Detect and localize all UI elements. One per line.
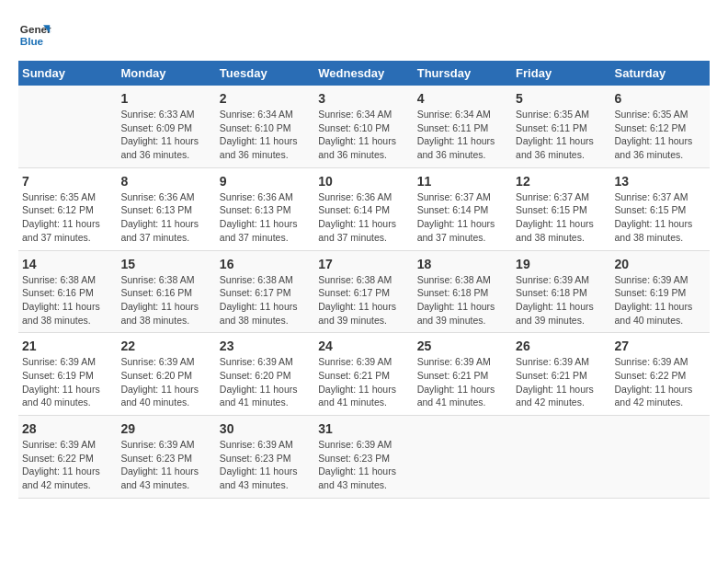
day-info: Sunrise: 6:38 AM Sunset: 6:16 PM Dayligh… xyxy=(22,273,113,327)
day-number: 27 xyxy=(615,339,706,353)
day-info: Sunrise: 6:35 AM Sunset: 6:12 PM Dayligh… xyxy=(22,190,113,245)
table-row: 9Sunrise: 6:36 AM Sunset: 6:13 PM Daylig… xyxy=(216,167,314,250)
day-number: 20 xyxy=(615,257,706,271)
table-row xyxy=(512,416,610,499)
day-info: Sunrise: 6:34 AM Sunset: 6:11 PM Dayligh… xyxy=(417,108,508,162)
table-row: 2Sunrise: 6:34 AM Sunset: 6:10 PM Daylig… xyxy=(216,86,314,167)
day-info: Sunrise: 6:39 AM Sunset: 6:22 PM Dayligh… xyxy=(615,355,706,409)
table-row: 6Sunrise: 6:35 AM Sunset: 6:12 PM Daylig… xyxy=(611,86,710,167)
day-number: 16 xyxy=(220,257,311,271)
day-info: Sunrise: 6:37 AM Sunset: 6:14 PM Dayligh… xyxy=(417,190,508,245)
header-cell-wednesday: Wednesday xyxy=(314,61,413,86)
day-number: 26 xyxy=(516,339,607,353)
table-row: 4Sunrise: 6:34 AM Sunset: 6:11 PM Daylig… xyxy=(414,86,512,167)
day-number: 1 xyxy=(120,91,211,106)
calendar-week-4: 21Sunrise: 6:39 AM Sunset: 6:19 PM Dayli… xyxy=(18,333,710,416)
logo: General Blue xyxy=(18,18,51,52)
table-row: 20Sunrise: 6:39 AM Sunset: 6:19 PM Dayli… xyxy=(611,250,710,333)
table-row: 19Sunrise: 6:39 AM Sunset: 6:18 PM Dayli… xyxy=(512,250,610,333)
day-number: 19 xyxy=(516,257,607,271)
day-info: Sunrise: 6:39 AM Sunset: 6:19 PM Dayligh… xyxy=(22,355,113,409)
table-row: 31Sunrise: 6:39 AM Sunset: 6:23 PM Dayli… xyxy=(314,416,413,499)
day-info: Sunrise: 6:39 AM Sunset: 6:18 PM Dayligh… xyxy=(516,273,607,327)
table-row: 3Sunrise: 6:34 AM Sunset: 6:10 PM Daylig… xyxy=(314,86,413,167)
day-info: Sunrise: 6:39 AM Sunset: 6:22 PM Dayligh… xyxy=(22,438,113,492)
day-number: 13 xyxy=(615,174,706,189)
day-info: Sunrise: 6:36 AM Sunset: 6:13 PM Dayligh… xyxy=(220,190,311,245)
table-row: 15Sunrise: 6:38 AM Sunset: 6:16 PM Dayli… xyxy=(117,250,215,333)
day-info: Sunrise: 6:38 AM Sunset: 6:17 PM Dayligh… xyxy=(318,273,409,327)
day-number: 23 xyxy=(220,339,311,353)
table-row: 29Sunrise: 6:39 AM Sunset: 6:23 PM Dayli… xyxy=(117,416,215,499)
svg-text:Blue: Blue xyxy=(20,35,44,47)
day-number: 5 xyxy=(516,91,607,106)
day-info: Sunrise: 6:33 AM Sunset: 6:09 PM Dayligh… xyxy=(120,108,211,162)
logo-icon: General Blue xyxy=(18,18,51,52)
day-number: 30 xyxy=(220,421,311,436)
day-info: Sunrise: 6:38 AM Sunset: 6:17 PM Dayligh… xyxy=(220,273,311,327)
table-row: 8Sunrise: 6:36 AM Sunset: 6:13 PM Daylig… xyxy=(117,167,215,250)
day-number: 7 xyxy=(22,174,113,189)
day-number: 14 xyxy=(22,257,113,271)
table-row: 28Sunrise: 6:39 AM Sunset: 6:22 PM Dayli… xyxy=(18,416,117,499)
day-number: 9 xyxy=(220,174,311,189)
table-row: 23Sunrise: 6:39 AM Sunset: 6:20 PM Dayli… xyxy=(216,333,314,416)
header-cell-saturday: Saturday xyxy=(611,61,710,86)
table-row xyxy=(611,416,710,499)
day-number: 15 xyxy=(120,257,211,271)
table-row: 26Sunrise: 6:39 AM Sunset: 6:21 PM Dayli… xyxy=(512,333,610,416)
table-row: 30Sunrise: 6:39 AM Sunset: 6:23 PM Dayli… xyxy=(216,416,314,499)
day-number: 17 xyxy=(318,257,409,271)
day-number: 4 xyxy=(417,91,508,106)
day-number: 12 xyxy=(516,174,607,189)
day-info: Sunrise: 6:35 AM Sunset: 6:11 PM Dayligh… xyxy=(516,108,607,162)
day-info: Sunrise: 6:36 AM Sunset: 6:14 PM Dayligh… xyxy=(318,190,409,245)
header-cell-tuesday: Tuesday xyxy=(216,61,314,86)
table-row: 22Sunrise: 6:39 AM Sunset: 6:20 PM Dayli… xyxy=(117,333,215,416)
table-row: 27Sunrise: 6:39 AM Sunset: 6:22 PM Dayli… xyxy=(611,333,710,416)
table-row: 18Sunrise: 6:38 AM Sunset: 6:18 PM Dayli… xyxy=(414,250,512,333)
calendar-week-1: 1Sunrise: 6:33 AM Sunset: 6:09 PM Daylig… xyxy=(18,86,710,167)
day-number: 25 xyxy=(417,339,508,353)
table-row: 1Sunrise: 6:33 AM Sunset: 6:09 PM Daylig… xyxy=(117,86,215,167)
header-cell-monday: Monday xyxy=(117,61,215,86)
day-number: 24 xyxy=(318,339,409,353)
day-info: Sunrise: 6:39 AM Sunset: 6:20 PM Dayligh… xyxy=(220,355,311,409)
day-info: Sunrise: 6:39 AM Sunset: 6:21 PM Dayligh… xyxy=(318,355,409,409)
table-row: 10Sunrise: 6:36 AM Sunset: 6:14 PM Dayli… xyxy=(314,167,413,250)
calendar-week-2: 7Sunrise: 6:35 AM Sunset: 6:12 PM Daylig… xyxy=(18,167,710,250)
day-number: 2 xyxy=(220,91,311,106)
table-row: 17Sunrise: 6:38 AM Sunset: 6:17 PM Dayli… xyxy=(314,250,413,333)
calendar-header-row: SundayMondayTuesdayWednesdayThursdayFrid… xyxy=(18,61,710,86)
header-cell-thursday: Thursday xyxy=(414,61,512,86)
table-row: 13Sunrise: 6:37 AM Sunset: 6:15 PM Dayli… xyxy=(611,167,710,250)
day-number: 6 xyxy=(615,91,706,106)
header: General Blue xyxy=(18,18,710,52)
day-info: Sunrise: 6:35 AM Sunset: 6:12 PM Dayligh… xyxy=(615,108,706,162)
day-info: Sunrise: 6:39 AM Sunset: 6:19 PM Dayligh… xyxy=(615,273,706,327)
table-row: 16Sunrise: 6:38 AM Sunset: 6:17 PM Dayli… xyxy=(216,250,314,333)
day-number: 3 xyxy=(318,91,409,106)
table-row: 21Sunrise: 6:39 AM Sunset: 6:19 PM Dayli… xyxy=(18,333,117,416)
day-info: Sunrise: 6:37 AM Sunset: 6:15 PM Dayligh… xyxy=(615,190,706,245)
day-number: 18 xyxy=(417,257,508,271)
day-number: 22 xyxy=(120,339,211,353)
calendar-week-3: 14Sunrise: 6:38 AM Sunset: 6:16 PM Dayli… xyxy=(18,250,710,333)
table-row: 24Sunrise: 6:39 AM Sunset: 6:21 PM Dayli… xyxy=(314,333,413,416)
header-cell-friday: Friday xyxy=(512,61,610,86)
table-row: 11Sunrise: 6:37 AM Sunset: 6:14 PM Dayli… xyxy=(414,167,512,250)
day-info: Sunrise: 6:34 AM Sunset: 6:10 PM Dayligh… xyxy=(318,108,409,162)
calendar-week-5: 28Sunrise: 6:39 AM Sunset: 6:22 PM Dayli… xyxy=(18,416,710,499)
table-row: 25Sunrise: 6:39 AM Sunset: 6:21 PM Dayli… xyxy=(414,333,512,416)
table-row xyxy=(414,416,512,499)
table-row: 7Sunrise: 6:35 AM Sunset: 6:12 PM Daylig… xyxy=(18,167,117,250)
day-info: Sunrise: 6:37 AM Sunset: 6:15 PM Dayligh… xyxy=(516,190,607,245)
day-number: 21 xyxy=(22,339,113,353)
day-number: 8 xyxy=(120,174,211,189)
header-cell-sunday: Sunday xyxy=(18,61,117,86)
day-info: Sunrise: 6:39 AM Sunset: 6:23 PM Dayligh… xyxy=(318,438,409,492)
day-number: 11 xyxy=(417,174,508,189)
day-info: Sunrise: 6:38 AM Sunset: 6:16 PM Dayligh… xyxy=(120,273,211,327)
day-number: 29 xyxy=(120,421,211,436)
day-info: Sunrise: 6:38 AM Sunset: 6:18 PM Dayligh… xyxy=(417,273,508,327)
